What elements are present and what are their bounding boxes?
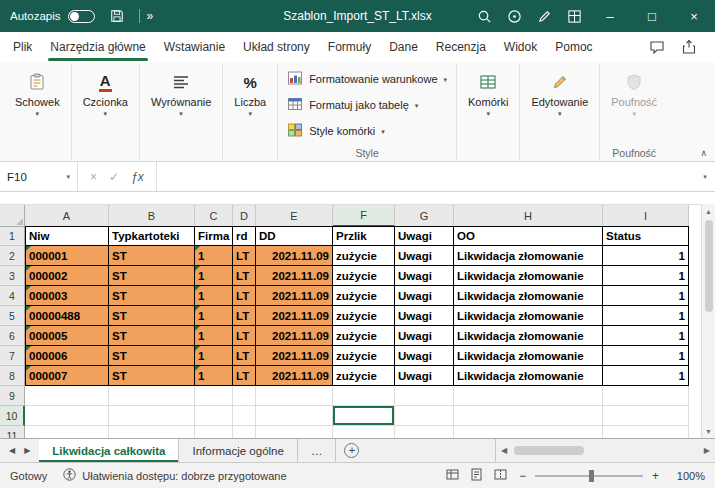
cell-C4[interactable]: 1 — [195, 286, 233, 306]
cell-H1[interactable]: OO — [454, 226, 603, 246]
vertical-scroll-thumb[interactable] — [705, 220, 713, 312]
ribbon-tab-pomoc[interactable]: Pomoc — [546, 34, 601, 62]
cell-I6[interactable]: 1 — [603, 326, 689, 346]
normal-view-icon[interactable] — [446, 468, 459, 483]
cell-E2[interactable]: 2021.11.09 — [256, 246, 333, 266]
cell-G7[interactable]: Uwagi — [395, 346, 454, 366]
zoom-slider[interactable] — [535, 475, 643, 477]
row-header-6[interactable]: 6 — [0, 326, 25, 346]
cell-F2[interactable]: zużycie — [333, 246, 395, 266]
cell-C10[interactable] — [195, 406, 233, 426]
cell-E1[interactable]: DD — [256, 226, 333, 246]
cell-H4[interactable]: Likwidacja złomowanie — [454, 286, 603, 306]
row-header-11[interactable]: 11 — [0, 426, 25, 438]
cell-H8[interactable]: Likwidacja złomowanie — [454, 366, 603, 386]
cell-C11[interactable] — [195, 426, 233, 438]
cell-H6[interactable]: Likwidacja złomowanie — [454, 326, 603, 346]
column-header-G[interactable]: G — [395, 205, 454, 227]
cells-button[interactable]: Komórki ▾ — [460, 64, 516, 116]
cell-B2[interactable]: ST — [109, 246, 195, 266]
cell-H10[interactable] — [454, 406, 603, 426]
cell-F3[interactable]: zużycie — [333, 266, 395, 286]
cell-D9[interactable] — [233, 386, 256, 406]
cell-I3[interactable]: 1 — [603, 266, 689, 286]
cell-F11[interactable] — [333, 426, 395, 438]
ribbon-tab-dane[interactable]: Dane — [380, 34, 427, 62]
horizontal-scroll-thumb[interactable] — [514, 446, 584, 455]
cell-C5[interactable]: 1 — [195, 306, 233, 326]
cell-I9[interactable] — [603, 386, 689, 406]
ribbon-tab-uklad-strony[interactable]: Układ strony — [234, 34, 319, 62]
more-commands-icon[interactable]: » — [147, 9, 154, 23]
formula-bar-expand-icon[interactable]: ▾ — [695, 162, 715, 191]
row-header-1[interactable]: 1 — [0, 226, 25, 246]
cell-B6[interactable]: ST — [109, 326, 195, 346]
cell-E11[interactable] — [256, 426, 333, 438]
column-header-D[interactable]: D — [233, 205, 256, 227]
badge-icon[interactable] — [499, 0, 529, 32]
cell-D1[interactable]: rd — [233, 226, 256, 246]
cell-E9[interactable] — [256, 386, 333, 406]
sensitivity-button[interactable]: Poufność ▾ — [603, 64, 665, 116]
enter-icon[interactable]: ✓ — [109, 170, 119, 184]
accessibility-status[interactable]: Ułatwienia dostępu: dobrze przygotowane — [63, 468, 286, 483]
cell-D11[interactable] — [233, 426, 256, 438]
cell-C9[interactable] — [195, 386, 233, 406]
column-header-E[interactable]: E — [256, 205, 333, 227]
sheet-tab-informacje-ogolne[interactable]: Informacje ogólne — [179, 439, 297, 462]
cell-B9[interactable] — [109, 386, 195, 406]
cell-H3[interactable]: Likwidacja złomowanie — [454, 266, 603, 286]
cell-A1[interactable]: Niw — [25, 226, 109, 246]
cell-H9[interactable] — [454, 386, 603, 406]
cell-I4[interactable]: 1 — [603, 286, 689, 306]
horizontal-scrollbar[interactable]: ◀ ▶ — [495, 439, 715, 462]
cell-I7[interactable]: 1 — [603, 346, 689, 366]
zoom-in-button[interactable]: + — [652, 469, 659, 483]
cell-A11[interactable] — [25, 426, 109, 438]
column-header-A[interactable]: A — [25, 205, 109, 227]
cell-G1[interactable]: Uwagi — [395, 226, 454, 246]
cell-B7[interactable]: ST — [109, 346, 195, 366]
cell-B11[interactable] — [109, 426, 195, 438]
cell-G8[interactable]: Uwagi — [395, 366, 454, 386]
cell-D2[interactable]: LT — [233, 246, 256, 266]
cell-F6[interactable]: zużycie — [333, 326, 395, 346]
cell-D7[interactable]: LT — [233, 346, 256, 366]
minimize-button[interactable]: – — [589, 0, 631, 32]
ink-pen-icon[interactable] — [529, 0, 559, 32]
zoom-slider-thumb[interactable] — [589, 470, 594, 482]
cell-A5[interactable]: 00000488 — [25, 306, 109, 326]
ribbon-tab-formuly[interactable]: Formuły — [319, 34, 380, 62]
cell-D10[interactable] — [233, 406, 256, 426]
row-header-10[interactable]: 10 — [0, 406, 25, 426]
add-sheet-button[interactable]: + — [344, 443, 359, 458]
cell-B5[interactable]: ST — [109, 306, 195, 326]
cell-D5[interactable]: LT — [233, 306, 256, 326]
cell-F8[interactable]: zużycie — [333, 366, 395, 386]
font-button[interactable]: A Czcionka ▾ — [75, 64, 136, 116]
save-icon[interactable] — [102, 9, 132, 23]
share-icon[interactable] — [681, 39, 697, 58]
cell-C6[interactable]: 1 — [195, 326, 233, 346]
insert-function-icon[interactable]: ƒx — [131, 170, 144, 184]
scroll-down-icon[interactable]: ▼ — [705, 424, 712, 438]
select-all-corner[interactable] — [0, 205, 25, 227]
row-header-2[interactable]: 2 — [0, 246, 25, 266]
cell-A8[interactable]: 000007 — [25, 366, 109, 386]
collapse-ribbon-icon[interactable]: ∧ — [700, 148, 707, 158]
cell-C3[interactable]: 1 — [195, 266, 233, 286]
cell-C7[interactable]: 1 — [195, 346, 233, 366]
cell-E7[interactable]: 2021.11.09 — [256, 346, 333, 366]
comments-icon[interactable] — [649, 39, 665, 58]
cell-styles-button[interactable]: Style komórki ▾ — [281, 118, 391, 144]
formula-input[interactable] — [157, 162, 695, 191]
row-header-8[interactable]: 8 — [0, 366, 25, 386]
row-header-3[interactable]: 3 — [0, 266, 25, 286]
ribbon-tab-wstawianie[interactable]: Wstawianie — [155, 34, 234, 62]
cell-E5[interactable]: 2021.11.09 — [256, 306, 333, 326]
cell-G4[interactable]: Uwagi — [395, 286, 454, 306]
page-layout-view-icon[interactable] — [470, 468, 483, 483]
cell-G9[interactable] — [395, 386, 454, 406]
cell-E3[interactable]: 2021.11.09 — [256, 266, 333, 286]
cell-B10[interactable] — [109, 406, 195, 426]
